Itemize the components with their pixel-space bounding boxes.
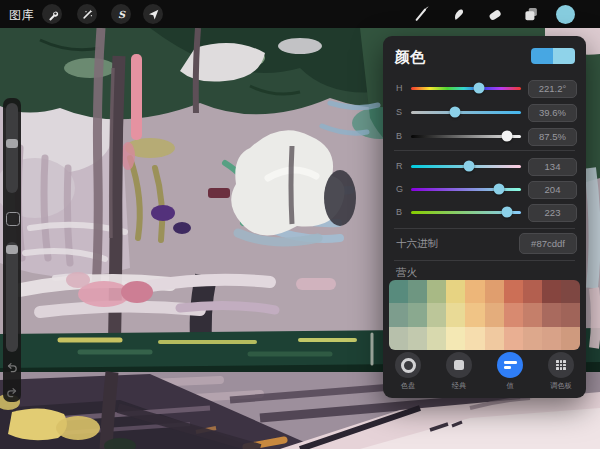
gallery-button[interactable]: 图库 [9, 7, 34, 24]
transform-icon [146, 7, 161, 22]
blue-slider-row: B 223 [383, 200, 586, 224]
color-panel: 颜色 H 221.2° S 39.6% B 87.5% [383, 36, 586, 398]
layers-icon [522, 5, 540, 23]
color-history-swatch[interactable] [531, 48, 575, 64]
svg-text:S: S [117, 9, 125, 20]
smudge-icon [450, 5, 468, 23]
palette-swatch[interactable] [408, 303, 427, 326]
saturation-label: S [396, 107, 402, 117]
previous-color[interactable] [531, 48, 553, 64]
selection-button[interactable]: S [111, 4, 131, 24]
palette-swatch[interactable] [446, 327, 465, 350]
tab-palettes[interactable]: 调色板 [546, 352, 576, 392]
value-icon [504, 361, 517, 369]
palette-swatch[interactable] [389, 327, 408, 350]
palette-swatch[interactable] [523, 303, 542, 326]
brush-icon [413, 5, 431, 23]
green-thumb[interactable] [494, 184, 505, 195]
color-panel-title: 颜色 [395, 48, 425, 67]
divider [394, 150, 575, 151]
brush-opacity-handle[interactable] [6, 245, 18, 254]
palette-swatch[interactable] [542, 303, 561, 326]
palette-swatch[interactable] [408, 280, 427, 303]
smudge-tool-button[interactable] [449, 4, 469, 24]
modify-button[interactable] [6, 212, 20, 226]
palette-swatch[interactable] [427, 280, 446, 303]
palette-swatch[interactable] [523, 280, 542, 303]
green-slider[interactable] [411, 188, 521, 191]
paint-tool-button[interactable] [412, 4, 432, 24]
palettes-icon [556, 360, 566, 370]
palette-swatch[interactable] [465, 280, 484, 303]
saturation-slider-row: S 39.6% [383, 100, 586, 124]
palette-swatch[interactable] [389, 280, 408, 303]
transform-button[interactable] [143, 4, 163, 24]
hue-value[interactable]: 221.2° [528, 80, 577, 98]
tab-disc[interactable]: 色盘 [393, 352, 423, 392]
color-mode-tabbar: 色盘 经典 值 调色板 [383, 352, 586, 392]
blue-label: B [396, 207, 402, 217]
palette-swatch[interactable] [446, 280, 465, 303]
brightness-thumb[interactable] [502, 131, 513, 142]
palette-swatch[interactable] [427, 303, 446, 326]
palette-swatch[interactable] [523, 327, 542, 350]
hue-thumb[interactable] [473, 83, 484, 94]
brush-size-handle[interactable] [6, 139, 18, 148]
palette-swatch[interactable] [485, 327, 504, 350]
palette-swatch[interactable] [561, 303, 580, 326]
hex-label: 十六进制 [396, 237, 438, 251]
hue-label: H [396, 83, 403, 93]
saturation-value[interactable]: 39.6% [528, 104, 577, 122]
green-value[interactable]: 204 [528, 181, 577, 199]
blue-slider[interactable] [411, 211, 521, 214]
tab-value[interactable]: 值 [495, 352, 525, 392]
tab-value-label: 值 [506, 381, 513, 391]
palette-swatch[interactable] [561, 327, 580, 350]
palette-swatch[interactable] [561, 280, 580, 303]
palette-swatch[interactable] [542, 327, 561, 350]
current-color-button[interactable] [556, 5, 575, 24]
classic-icon [454, 360, 464, 370]
tab-palettes-label: 调色板 [550, 381, 572, 391]
palette-swatch[interactable] [389, 303, 408, 326]
palette-swatch[interactable] [504, 280, 523, 303]
brush-size-slider[interactable] [6, 103, 18, 193]
undo-button[interactable] [5, 360, 19, 374]
red-slider[interactable] [411, 165, 521, 168]
brightness-label: B [396, 131, 402, 141]
palette-swatch[interactable] [542, 280, 561, 303]
hex-value-field[interactable]: #87cddf [519, 233, 577, 254]
saturation-slider[interactable] [411, 111, 521, 114]
tab-classic[interactable]: 经典 [444, 352, 474, 392]
palette-name: 营火 [396, 266, 417, 280]
palette-swatch[interactable] [408, 327, 427, 350]
brightness-value[interactable]: 87.5% [528, 128, 577, 146]
blue-value[interactable]: 223 [528, 204, 577, 222]
tab-disc-label: 色盘 [401, 381, 415, 391]
palette-swatch[interactable] [465, 303, 484, 326]
palette-swatch[interactable] [427, 327, 446, 350]
palette-swatch[interactable] [465, 327, 484, 350]
red-thumb[interactable] [463, 161, 474, 172]
blue-thumb[interactable] [502, 207, 513, 218]
red-value[interactable]: 134 [528, 158, 577, 176]
layers-button[interactable] [521, 4, 541, 24]
erase-tool-button[interactable] [485, 4, 505, 24]
adjustments-icon [80, 7, 95, 22]
palette-swatch[interactable] [446, 303, 465, 326]
hue-slider-row: H 221.2° [383, 76, 586, 100]
palette-swatch[interactable] [504, 303, 523, 326]
palette-swatch[interactable] [504, 327, 523, 350]
brightness-slider-row: B 87.5% [383, 124, 586, 148]
hue-slider[interactable] [411, 87, 521, 90]
current-color[interactable] [553, 48, 575, 64]
actions-button[interactable] [42, 4, 62, 24]
brightness-slider[interactable] [411, 135, 521, 138]
palette-swatch[interactable] [485, 303, 504, 326]
brush-opacity-slider[interactable] [6, 242, 18, 352]
saturation-thumb[interactable] [449, 107, 460, 118]
redo-button[interactable] [5, 385, 19, 399]
adjustments-button[interactable] [77, 4, 97, 24]
palette-swatch[interactable] [485, 280, 504, 303]
eraser-icon [486, 5, 504, 23]
